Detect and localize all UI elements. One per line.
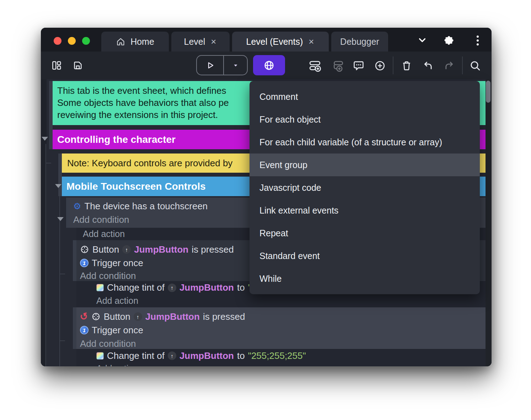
instance-name: JumpButton bbox=[134, 244, 188, 255]
add-action-row[interactable]: Add action bbox=[76, 362, 486, 366]
close-window-button[interactable] bbox=[54, 37, 61, 45]
trigger-once-icon: 1 bbox=[80, 259, 88, 267]
tab-level-events[interactable]: Level (Events) × bbox=[232, 32, 329, 52]
button-object-icon bbox=[80, 245, 89, 254]
menu-item-event-group[interactable]: Event group bbox=[250, 154, 480, 176]
to-text: to bbox=[237, 350, 245, 361]
kebab-menu-icon[interactable] bbox=[477, 36, 479, 45]
action-text: Change tint of bbox=[107, 282, 165, 293]
add-condition-link[interactable]: Add condition bbox=[80, 338, 136, 349]
to-text: to bbox=[237, 282, 245, 293]
titlebar: Home Level × Level (Events) × Debugger bbox=[41, 28, 492, 52]
home-icon bbox=[116, 37, 125, 47]
indent-rail bbox=[66, 198, 70, 228]
add-action-row[interactable]: Add action bbox=[76, 294, 486, 307]
group-title: Controlling the character bbox=[57, 134, 176, 145]
chevron-down-icon[interactable] bbox=[417, 35, 428, 45]
remote-preview-globe-button[interactable] bbox=[253, 55, 285, 75]
undo-icon[interactable] bbox=[422, 60, 434, 72]
add-plus-circle-icon[interactable] bbox=[374, 60, 386, 72]
jumpbutton-arrow-icon: ↑ bbox=[122, 245, 131, 254]
instance-name: JumpButton bbox=[179, 282, 234, 293]
menu-item-for-each-object[interactable]: For each object bbox=[250, 108, 480, 131]
tree-tick bbox=[45, 163, 51, 163]
scrollbar-thumb[interactable] bbox=[486, 81, 490, 103]
redo-icon[interactable] bbox=[443, 60, 455, 72]
menu-item-link-external-events[interactable]: Link external events bbox=[250, 199, 480, 222]
jumpbutton-arrow-icon: ↑ bbox=[134, 312, 142, 321]
tab-level[interactable]: Level × bbox=[171, 32, 230, 52]
screenshot-stage: Home Level × Level (Events) × Debugger bbox=[0, 0, 531, 420]
add-action-link[interactable]: Add action bbox=[96, 364, 138, 367]
layout-panels-icon[interactable] bbox=[51, 60, 62, 71]
tab-label: Debugger bbox=[340, 37, 379, 47]
close-icon[interactable]: × bbox=[210, 37, 217, 46]
add-subevent-icon[interactable] bbox=[331, 59, 344, 72]
trigger-once-icon: 1 bbox=[80, 326, 88, 334]
play-dropdown-caret[interactable] bbox=[224, 56, 247, 75]
instance-name: JumpButton bbox=[179, 350, 234, 361]
menu-item-repeat[interactable]: Repeat bbox=[250, 222, 480, 244]
group-title: Mobile Touchscreen Controls bbox=[66, 181, 206, 192]
add-condition-link[interactable]: Add condition bbox=[73, 214, 129, 225]
add-condition-link[interactable]: Add condition bbox=[80, 270, 136, 281]
tree-tick bbox=[59, 340, 65, 341]
predicate-text: is pressed bbox=[192, 244, 234, 255]
menu-item-javascript-code[interactable]: Javascript code bbox=[250, 176, 480, 199]
tree-tick bbox=[59, 274, 65, 274]
toolbar-separator bbox=[462, 56, 463, 74]
condition-text: The device has a touchscreen bbox=[84, 201, 208, 212]
gear-icon: ⚙ bbox=[73, 202, 81, 211]
tab-label: Level (Events) bbox=[246, 37, 303, 47]
menu-item-standard-event[interactable]: Standard event bbox=[250, 244, 480, 267]
tab-debugger[interactable]: Debugger bbox=[331, 32, 388, 52]
toolbar-separator bbox=[393, 56, 393, 74]
preview-play-split-button bbox=[196, 55, 248, 75]
event-block-button-not-pressed[interactable]: ↺ Button ↑ JumpButton is pressed 1 Trigg… bbox=[76, 307, 486, 349]
zoom-window-button[interactable] bbox=[82, 37, 90, 45]
instance-name: JumpButton bbox=[145, 311, 200, 322]
object-text: Button bbox=[104, 311, 130, 322]
traffic-lights bbox=[54, 37, 90, 45]
indent-rail bbox=[58, 154, 62, 196]
add-comment-icon[interactable] bbox=[353, 60, 365, 72]
app-window: Home Level × Level (Events) × Debugger bbox=[41, 28, 492, 366]
add-event-context-menu: Comment For each object For each child v… bbox=[250, 81, 480, 294]
button-object-icon bbox=[91, 312, 101, 321]
indent-rail bbox=[73, 307, 76, 349]
tint-icon bbox=[96, 284, 104, 291]
save-icon[interactable] bbox=[73, 60, 83, 71]
indent-rail bbox=[73, 240, 76, 281]
menu-item-while[interactable]: While bbox=[250, 267, 480, 290]
play-button[interactable] bbox=[197, 56, 224, 75]
search-icon[interactable] bbox=[469, 60, 481, 72]
tab-home[interactable]: Home bbox=[101, 32, 169, 52]
action-text: Change tint of bbox=[107, 350, 165, 361]
inverted-condition-icon: ↺ bbox=[79, 311, 89, 322]
menu-item-comment[interactable]: Comment bbox=[250, 85, 480, 108]
jumpbutton-arrow-icon: ↑ bbox=[168, 284, 176, 292]
collapse-triangle[interactable] bbox=[55, 184, 61, 188]
tree-guide-line bbox=[45, 144, 46, 366]
note-text: Note: Keyboard controls are provided by bbox=[67, 158, 232, 169]
tab-label: Home bbox=[130, 37, 154, 47]
tab-bar: Home Level × Level (Events) × Debugger bbox=[101, 32, 388, 52]
tint-value: "255;255;255" bbox=[248, 350, 306, 361]
add-action-link[interactable]: Add action bbox=[83, 229, 125, 239]
collapse-triangle[interactable] bbox=[42, 137, 48, 141]
close-icon[interactable]: × bbox=[308, 37, 315, 46]
toolbar bbox=[41, 52, 492, 79]
object-text: Button bbox=[92, 244, 119, 255]
addons-puzzle-icon[interactable] bbox=[443, 35, 455, 46]
menu-item-for-each-child-variable[interactable]: For each child variable (of a structure … bbox=[250, 131, 480, 154]
tab-label: Level bbox=[184, 37, 205, 47]
globe-icon bbox=[263, 59, 275, 71]
change-tint-action[interactable]: Change tint of ↑ JumpButton to "255;255;… bbox=[76, 349, 486, 362]
minimize-window-button[interactable] bbox=[68, 37, 76, 45]
collapse-triangle[interactable] bbox=[57, 217, 64, 221]
add-event-icon[interactable] bbox=[309, 59, 321, 72]
trigger-text: Trigger once bbox=[92, 325, 143, 336]
scrollbar-track[interactable] bbox=[486, 79, 492, 366]
delete-trash-icon[interactable] bbox=[401, 60, 413, 72]
add-action-link[interactable]: Add action bbox=[96, 296, 138, 306]
